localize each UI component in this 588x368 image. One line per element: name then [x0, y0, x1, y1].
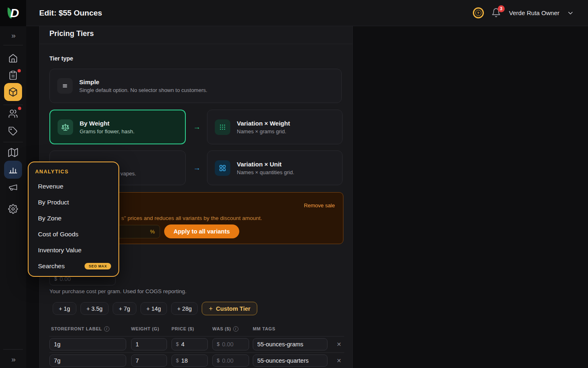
remove-sale-link[interactable]: Remove sale	[304, 202, 335, 209]
weight-input[interactable]	[136, 357, 163, 364]
storefront-label-input[interactable]	[54, 357, 122, 364]
top-header: D Edit: $55 Ounces ? 3 Verde Ruta Owner	[0, 0, 588, 26]
menu-item-label: Searches	[38, 263, 65, 270]
menu-item-by-zone[interactable]: By Zone	[35, 210, 112, 226]
tier-option-variation-weight[interactable]: Variation × Weight Names × grams grid.	[207, 110, 343, 144]
was-cell: $	[212, 355, 249, 367]
remove-row-button[interactable]: ✕	[335, 341, 343, 348]
sidebar-item-products[interactable]	[4, 83, 22, 101]
menu-item-revenue[interactable]: Revenue	[35, 178, 112, 194]
variants-table: STOREFRONT LABELi WEIGHT (G) PRICE ($) W…	[49, 325, 344, 368]
add-28g-button[interactable]: + 28g	[171, 302, 198, 315]
sidebar-item-settings[interactable]	[0, 203, 26, 215]
info-icon[interactable]: i	[104, 326, 109, 332]
dispensary-leaf-d-logo-icon: D	[7, 6, 19, 20]
tier-option-desc: Names × grams grid.	[237, 128, 290, 135]
grid-dots-icon	[215, 119, 230, 135]
sidebar-expand-button[interactable]: »	[0, 30, 26, 41]
mm-tags-input[interactable]	[257, 357, 323, 364]
add-custom-tier-button[interactable]: + Custom Tier	[202, 302, 257, 315]
tier-option-desc-fragment: vapes.	[120, 171, 136, 177]
tier-option-variation-unit[interactable]: Variation × Unit Names × quantities grid…	[207, 150, 343, 185]
user-menu-label[interactable]: Verde Ruta Owner	[509, 9, 559, 16]
sidebar-item-orders[interactable]	[0, 70, 26, 81]
dollar-prefix: $	[176, 341, 179, 347]
was-input[interactable]	[222, 357, 245, 364]
dollar-prefix: $	[54, 276, 57, 282]
tier-type-label: Tier type	[49, 55, 73, 62]
sidebar-item-marketing[interactable]	[0, 182, 26, 193]
was-cell: $	[212, 338, 249, 350]
bar-chart-icon	[8, 165, 18, 175]
sidebar-item-menus[interactable]	[0, 147, 26, 158]
price-cell: $	[172, 338, 208, 350]
help-button[interactable]: ?	[473, 7, 484, 18]
add-1g-button[interactable]: + 1g	[53, 302, 76, 315]
menu-item-cost-of-goods[interactable]: Cost of Goods	[35, 226, 112, 242]
add-7g-button[interactable]: + 7g	[113, 302, 136, 315]
megaphone-icon	[8, 182, 18, 192]
dollar-prefix: $	[176, 358, 179, 364]
notification-count-badge: 3	[498, 5, 505, 12]
tag-icon	[8, 126, 18, 136]
divider	[3, 45, 23, 45]
menu-item-by-product[interactable]: By Product	[35, 194, 112, 210]
tier-option-title: Variation × Unit	[237, 161, 294, 168]
mm-tags-cell	[253, 338, 327, 350]
col-header-weight: WEIGHT (G)	[131, 326, 159, 331]
arrow-right-icon: →	[193, 123, 200, 131]
tier-option-desc: Names × quantities grid.	[237, 169, 294, 175]
mm-tags-input[interactable]	[257, 341, 323, 348]
percent-suffix: %	[150, 229, 155, 235]
info-icon[interactable]: i	[233, 326, 238, 332]
storefront-label-cell	[49, 338, 126, 350]
storefront-label-input[interactable]	[54, 341, 122, 348]
variants-table-header: STOREFRONT LABELi WEIGHT (G) PRICE ($) W…	[49, 325, 344, 333]
apply-all-variants-button[interactable]: Apply to all variants	[164, 224, 239, 238]
tier-option-by-weight[interactable]: By Weight Grams for flower, hash.	[49, 110, 186, 144]
add-3-5g-button[interactable]: + 3.5g	[80, 302, 109, 315]
cost-helper-text: Your purchase cost per gram. Used for CO…	[49, 288, 187, 294]
page-title: Edit: $55 Ounces	[39, 9, 102, 18]
home-icon	[8, 53, 18, 63]
storefront-label-cell	[49, 355, 126, 367]
plus-icon: +	[209, 305, 212, 312]
list-lines-icon	[57, 78, 73, 94]
remove-row-button[interactable]: ✕	[335, 357, 343, 364]
sidebar-item-customers[interactable]	[0, 108, 26, 119]
add-14g-button[interactable]: + 14g	[140, 302, 167, 315]
dollar-prefix: $	[217, 341, 220, 347]
price-input[interactable]	[181, 341, 203, 348]
divider	[40, 44, 352, 44]
sidebar-nav: »	[0, 26, 26, 368]
users-icon	[8, 109, 18, 119]
weight-input[interactable]	[136, 341, 163, 348]
seo-max-badge: SEO MAX	[85, 263, 111, 269]
sidebar-item-home[interactable]	[0, 52, 26, 64]
brand-logo[interactable]: D	[0, 0, 26, 26]
chevron-down-icon[interactable]	[567, 9, 574, 17]
sidebar-collapse-button[interactable]: »	[0, 354, 26, 365]
logo-letter: D	[10, 6, 19, 20]
dollar-prefix: $	[217, 358, 220, 364]
sidebar-item-tags[interactable]	[0, 126, 26, 137]
package-cube-icon	[8, 87, 18, 97]
scale-icon	[58, 119, 73, 135]
menu-item-inventory-value[interactable]: Inventory Value	[35, 242, 112, 258]
col-header-mm-tags: MM TAGS	[253, 326, 275, 331]
menu-item-searches[interactable]: Searches SEO MAX	[35, 258, 112, 274]
col-header-price: PRICE ($)	[172, 326, 194, 331]
was-input[interactable]	[222, 341, 245, 348]
analytics-flyout-menu: ANALYTICS Revenue By Product By Zone Cos…	[28, 162, 119, 277]
col-header-was: WAS ($)	[212, 326, 231, 331]
sidebar-item-analytics[interactable]	[4, 161, 22, 179]
price-input[interactable]	[181, 357, 203, 364]
variant-row: $ $ ✕	[49, 353, 344, 368]
section-title: Pricing Tiers	[49, 29, 94, 38]
topbar-actions: ? 3 Verde Ruta Owner	[473, 7, 588, 18]
weight-cell	[131, 355, 167, 367]
tier-option-simple[interactable]: Simple Single default option. No selecto…	[49, 69, 342, 103]
notifications-button[interactable]: 3	[491, 8, 502, 18]
orders-notification-dot	[18, 69, 21, 72]
map-icon	[8, 148, 18, 157]
